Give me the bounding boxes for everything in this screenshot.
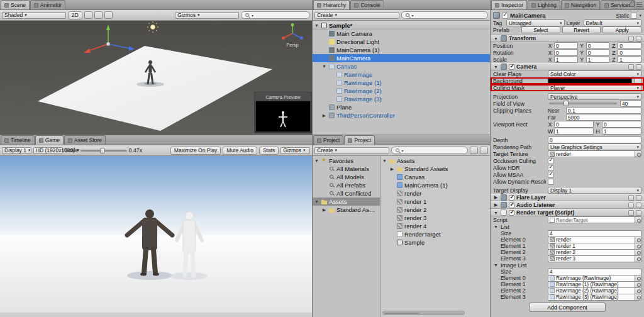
object-name[interactable]: MainCamera [510,12,546,19]
gear-icon[interactable] [636,203,641,208]
project-asset-item[interactable]: RenderTarget [380,230,490,238]
search-filter-dropdown-icon[interactable]: ▾ [402,148,404,153]
audio-listener-header[interactable]: ▶ Audio Listener [491,201,644,209]
hierarchy-item[interactable]: ▼ Sample* [313,21,490,30]
near-clip-field[interactable]: 0.1 [566,107,641,114]
render-texture-object-field[interactable]: render [548,236,641,243]
display-dropdown[interactable]: Display 1 [2,147,31,154]
hierarchy-item[interactable]: RawImage (2) [313,87,490,95]
project-folder-item[interactable]: All Models [313,173,380,181]
help-icon[interactable] [628,203,634,208]
gear-icon[interactable] [636,64,641,70]
hierarchy-item[interactable]: RawImage (1) [313,79,490,87]
foldout-icon[interactable]: ▼ [493,263,499,267]
help-icon[interactable] [628,195,634,201]
rendering-path-dropdown[interactable]: Use Graphics Settings [548,143,641,150]
maximize-on-play-toggle[interactable]: Maximize On Play [170,147,221,155]
render-target-header[interactable]: ▼ Render Target (Script) [491,209,644,216]
viewport-h-field[interactable]: 1 [602,128,641,135]
gizmos-dropdown[interactable]: Gizmos [175,12,239,19]
rawimage-object-field[interactable]: RawImage (RawImage) [548,275,641,282]
list-foldout-label[interactable]: List [501,224,509,230]
camera-enabled-checkbox[interactable] [509,64,514,70]
foldout-icon[interactable]: ▼ [314,199,319,204]
active-checkbox[interactable] [502,13,508,19]
gear-icon[interactable] [636,36,641,42]
object-picker-icon[interactable] [635,256,641,262]
foldout-icon[interactable]: ▶ [389,167,395,172]
panel-tab[interactable]: Project [344,135,374,145]
scrollbar-thumb[interactable] [384,312,420,314]
render-texture-object-field[interactable]: render 3 [548,255,641,262]
project-folder-item[interactable]: ▶ Standard Assets [313,206,380,214]
rawimage-object-field[interactable]: RawImage (2) (RawImage) [548,287,641,294]
panel-tab[interactable]: Game [35,135,64,145]
foldout-icon[interactable]: ▼ [382,158,387,163]
project-asset-item[interactable]: render 2 [380,206,490,214]
project-folder-item[interactable]: All Conflicted [313,189,380,197]
y-field[interactable]: 0 [586,49,610,56]
object-picker-icon[interactable] [635,237,641,243]
z-field[interactable]: 1 [618,56,641,63]
z-field[interactable]: 0 [618,49,641,56]
hierarchy-search-input[interactable]: ▾ [401,11,489,19]
flare-layer-header[interactable]: ▶ Flare Layer [491,194,644,201]
audio-enabled-checkbox[interactable] [509,203,514,208]
audio-toggle-icon[interactable] [94,11,103,19]
persp-label[interactable]: Persp [286,42,299,48]
static-dropdown-icon[interactable]: ▾ [639,13,641,18]
panel-tab[interactable]: Timeline [1,135,35,145]
project-folder-item[interactable]: ▼ Favorites [313,157,380,165]
static-checkbox[interactable] [631,13,637,19]
rawimage-object-field[interactable]: RawImage (3) (RawImage) [548,294,641,301]
mute-audio-toggle[interactable]: Mute Audio [223,147,257,155]
image-list-size-field[interactable]: 4 [548,269,641,275]
horizontal-scrollbar[interactable] [382,311,465,315]
hierarchy-item[interactable]: MainCamera (1) [313,46,490,54]
color-picker-button[interactable] [634,77,641,84]
column-slider-icon[interactable] [470,147,478,154]
x-field[interactable]: 0 [554,49,578,56]
object-picker-icon[interactable] [635,275,641,281]
far-clip-field[interactable]: 5000 [566,114,641,121]
project-search-input[interactable]: ▾ [391,147,469,154]
object-picker-icon[interactable] [635,294,641,300]
panel-tab[interactable]: Project [313,135,343,145]
y-field[interactable]: 0 [586,42,610,49]
object-picker-icon[interactable] [635,217,641,223]
project-asset-item[interactable]: MainCamera (1) [380,181,490,189]
viewport-y-field[interactable]: 0 [602,121,641,128]
panel-tab[interactable]: Hierarchy [313,0,350,9]
help-icon[interactable] [628,210,634,216]
z-field[interactable]: 0 [618,42,641,49]
foldout-icon[interactable]: ▶ [493,203,499,208]
search-saved-icon[interactable] [480,147,488,154]
hierarchy-item[interactable]: ▼ Canvas [313,62,490,70]
list-size-field[interactable]: 4 [548,230,641,237]
projection-dropdown[interactable]: Perspective [548,93,641,100]
rawimage-object-field[interactable]: RawImage (1) (RawImage) [548,281,641,288]
foldout-icon[interactable]: ▶ [321,113,327,118]
culling-mask-dropdown[interactable]: Player [548,84,641,91]
2d-toggle[interactable]: 2D [68,11,82,19]
create-dropdown[interactable]: Create [314,12,399,19]
transform-header[interactable]: ▼ Transform [491,35,644,42]
project-asset-item[interactable]: Sample [380,238,490,247]
create-dropdown[interactable]: Create [314,147,389,154]
panel-tab[interactable]: Animator [30,0,65,9]
object-picker-icon[interactable] [635,243,641,249]
panel-tab[interactable]: Asset Store [64,135,106,145]
flare-enabled-checkbox[interactable] [509,195,514,201]
foldout-icon[interactable]: ▼ [493,65,499,69]
hierarchy-item[interactable]: ▶ ThirdPersonController [313,111,490,120]
scene-search-input[interactable]: ▾ [241,11,310,19]
foldout-icon[interactable]: ▼ [493,211,499,215]
fov-slider[interactable] [549,103,617,104]
foldout-icon[interactable]: ▼ [321,64,327,69]
hierarchy-item[interactable]: Directional Light [313,38,490,46]
tag-dropdown[interactable]: Untagged [506,19,565,26]
foldout-icon[interactable]: ▶ [321,208,327,213]
script-enabled-checkbox[interactable] [509,210,514,216]
panel-tab[interactable]: Lighting [528,0,560,9]
game-gizmos-dropdown[interactable]: Gizmos [280,147,310,154]
